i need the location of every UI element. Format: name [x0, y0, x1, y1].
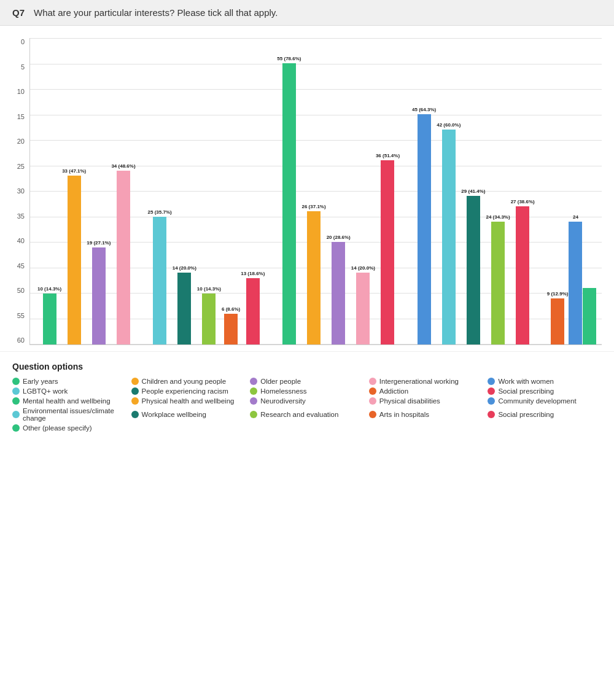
bar-wrap: 36 (51.4%) — [376, 37, 400, 344]
bar-wrap: 25 (35.7%) — [148, 37, 172, 344]
legend-item: Social prescribing — [488, 387, 602, 395]
y-axis-label: 40 — [12, 237, 25, 244]
bar — [381, 160, 394, 344]
bar — [282, 63, 296, 344]
bar-group: 55 (78.6%)26 (37.1%)20 (28.6%)14 (20.0%)… — [277, 37, 400, 344]
legend-item: Arts in hospitals — [369, 407, 483, 422]
legend-dot — [369, 387, 376, 395]
bar-group: 9 (12.9%)24 — [547, 37, 597, 344]
legend-item: Neurodiversity — [250, 397, 364, 405]
legend-item-label: Social prescribing — [498, 387, 554, 395]
legend-item: Intergenerational working — [369, 378, 483, 385]
legend-dot — [12, 387, 20, 395]
question-text: What are your particular interests? Plea… — [34, 7, 278, 18]
bar — [467, 196, 480, 344]
legend-grid: Early yearsChildren and young peopleOlde… — [12, 378, 602, 432]
legend-item-label: Mental health and wellbeing — [23, 397, 111, 405]
legend-item: Community development — [488, 397, 602, 405]
y-axis-label: 5 — [12, 63, 25, 71]
y-axis-label: 10 — [12, 88, 25, 95]
bar-label: 13 (18.6%) — [241, 271, 265, 277]
legend-dot — [12, 424, 20, 432]
y-axis-label: 45 — [12, 262, 25, 270]
bar-wrap: 9 (12.9%) — [547, 37, 569, 344]
bar-label: 33 (47.1%) — [62, 168, 86, 174]
bar — [516, 206, 529, 344]
legend-dot — [488, 378, 495, 385]
bar — [551, 298, 564, 344]
bars-container: 10 (14.3%)33 (47.1%)19 (27.1%)34 (48.6%)… — [30, 38, 602, 344]
legend-item: Work with women — [488, 378, 602, 385]
bar-label: 10 (14.3%) — [37, 286, 61, 292]
legend-dot — [12, 411, 20, 418]
bar-label: 45 (64.3%) — [412, 107, 436, 113]
legend-item: Addiction — [369, 387, 483, 395]
legend-item: Physical disabilities — [369, 397, 483, 405]
bar — [491, 222, 505, 344]
bar-label: 19 (27.1%) — [87, 240, 111, 246]
bar-wrap: 55 (78.6%) — [277, 37, 301, 344]
bar-wrap: 20 (28.6%) — [327, 37, 351, 344]
bar-group: 45 (64.3%)42 (60.0%)29 (41.4%)24 (34.3%)… — [412, 37, 535, 344]
bar-wrap: 24 — [569, 37, 582, 344]
chart-area: 605550454035302520151050 10 (14.3%)33 (4… — [0, 32, 614, 345]
y-axis-label: 50 — [12, 287, 25, 294]
y-axis: 605550454035302520151050 — [12, 38, 29, 345]
y-axis-label: 60 — [12, 336, 25, 344]
legend-item: Children and young people — [131, 378, 246, 385]
bar-wrap: 13 (18.6%) — [241, 37, 265, 344]
bar — [153, 217, 166, 344]
bar — [43, 294, 56, 344]
legend-item: Research and evaluation — [250, 407, 364, 422]
bar-wrap: 42 (60.0%) — [437, 37, 460, 344]
legend-dot — [488, 397, 495, 405]
bar-label: 29 (41.4%) — [461, 189, 485, 195]
legend-item: People experiencing racism — [131, 387, 246, 395]
bar-label: 25 (35.7%) — [148, 209, 172, 216]
y-axis-label: 15 — [12, 113, 25, 120]
y-axis-label: 20 — [12, 138, 25, 145]
legend-dot — [488, 387, 495, 395]
bar-label: 42 (60.0%) — [437, 122, 460, 128]
y-axis-label: 55 — [12, 312, 25, 319]
y-axis-label: 0 — [12, 38, 25, 45]
bar-wrap: 6 (8.6%) — [222, 37, 240, 344]
legend-area: Question options Early yearsChildren and… — [0, 351, 614, 444]
legend-item-label: Physical health and wellbeing — [142, 397, 235, 405]
bar — [92, 247, 106, 344]
legend-item-label: Other (please specify) — [23, 424, 92, 432]
bar — [442, 130, 456, 344]
legend-item-label: Workplace wellbeing — [142, 411, 206, 418]
legend-item-label: Intergenerational working — [379, 378, 459, 385]
legend-item-label: Homelessness — [260, 387, 306, 395]
bar — [332, 242, 345, 344]
bar-wrap: 45 (64.3%) — [412, 37, 436, 344]
page-container: Q7 What are your particular interests? P… — [0, 0, 614, 444]
legend-item-label: LGBTQ+ work — [23, 387, 68, 395]
legend-dot — [12, 397, 20, 405]
bar-wrap: 27 (38.6%) — [511, 37, 535, 344]
bar-wrap: 26 (37.1%) — [302, 37, 326, 344]
legend-item: Other (please specify) — [12, 424, 126, 432]
bar-label: 55 (78.6%) — [277, 56, 301, 62]
bar — [307, 211, 321, 344]
bar-label: 27 (38.6%) — [511, 199, 535, 205]
bar-wrap: 19 (27.1%) — [87, 37, 111, 344]
legend-item: Early years — [12, 378, 126, 385]
bar-wrap — [583, 37, 596, 344]
question-number: Q7 — [12, 7, 25, 18]
bar-label: 24 — [573, 214, 578, 220]
legend-dot — [131, 411, 139, 418]
legend-item-label: People experiencing racism — [142, 387, 228, 395]
bar-label: 26 (37.1%) — [302, 204, 326, 210]
question-header: Q7 What are your particular interests? P… — [0, 0, 614, 26]
bar-group: 10 (14.3%)33 (47.1%)19 (27.1%)34 (48.6%) — [37, 37, 136, 344]
bar-wrap: 10 (14.3%) — [197, 37, 221, 344]
legend-dot — [250, 397, 257, 405]
chart-wrapper: 605550454035302520151050 10 (14.3%)33 (4… — [12, 38, 602, 345]
legend-item-label: Addiction — [379, 387, 408, 395]
y-axis-label: 25 — [12, 163, 25, 170]
bar — [418, 114, 431, 344]
bar — [68, 176, 81, 344]
legend-item-label: Neurodiversity — [260, 397, 306, 405]
